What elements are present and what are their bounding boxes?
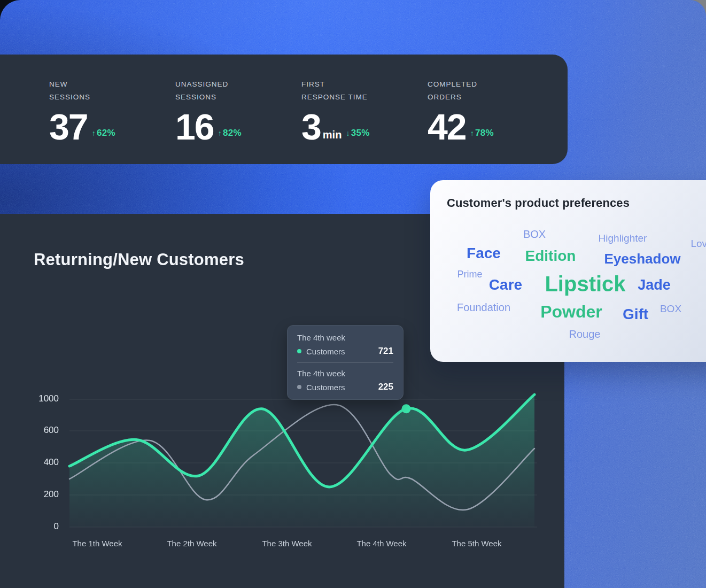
y-axis-label: 0 <box>20 521 59 532</box>
tooltip-group: The 4th week Customers 225 <box>297 362 393 392</box>
tooltip-value: 225 <box>378 382 393 392</box>
stat-card: COMPLETED ORDERS 42 ↑ 78% <box>428 78 554 164</box>
cloud-word: Gift <box>623 306 648 323</box>
trend-arrow-icon: ↑ <box>470 129 474 137</box>
cloud-word: BOX <box>523 228 546 241</box>
trend-arrow-icon: ↑ <box>218 129 222 137</box>
y-axis-label: 600 <box>20 425 59 436</box>
stat-value: 42 <box>428 111 466 142</box>
stat-label: UNASSIGNED SESSIONS <box>175 78 301 104</box>
series-dot-icon <box>297 349 301 353</box>
stat-card: FIRST RESPONSE TIME 3 min ↓ 35% <box>301 78 428 164</box>
stat-value: 16 <box>175 111 214 142</box>
x-axis-label: The 1th Week <box>72 539 122 548</box>
stat-value-row: 3 min ↓ 35% <box>301 111 428 142</box>
cloud-word: Foundation <box>457 301 510 314</box>
cloud-word: Eyeshadow <box>604 251 680 267</box>
cloud-word: Face <box>467 245 501 262</box>
stat-label: FIRST RESPONSE TIME <box>301 78 428 104</box>
stat-value-row: 16 ↑ 82% <box>175 111 301 142</box>
stat-value-row: 37 ↑ 62% <box>49 111 175 142</box>
cloud-word: Prime <box>457 269 482 280</box>
dashboard-canvas: NEW SESSIONS 37 ↑ 62% UNASSIGNED SESSION… <box>0 0 706 588</box>
tooltip-row: Customers 721 <box>297 346 393 357</box>
stat-delta: ↑ 82% <box>218 128 242 138</box>
stat-delta-value: 78% <box>475 128 494 138</box>
chart-tooltip: The 4th week Customers 721 The 4th week … <box>287 325 404 400</box>
tooltip-series-label: Customers <box>306 347 345 356</box>
tooltip-row: Customers 225 <box>297 382 393 392</box>
series-dot-icon <box>297 385 301 389</box>
cloud-word: Love <box>691 238 706 250</box>
section-title: Returning/New Customers <box>34 250 244 269</box>
stat-label: NEW SESSIONS <box>49 78 175 104</box>
cloud-word: Lipstick <box>545 272 625 296</box>
stat-delta: ↓ 35% <box>346 128 369 138</box>
cloud-word: Rouge <box>569 328 601 341</box>
card-title: Customer's product preferences <box>447 196 630 210</box>
stat-card: UNASSIGNED SESSIONS 16 ↑ 82% <box>175 78 301 164</box>
tooltip-value: 721 <box>378 346 393 357</box>
tooltip-group: The 4th week Customers 721 <box>297 333 393 357</box>
stat-label: COMPLETED ORDERS <box>428 78 554 104</box>
y-axis-label: 1000 <box>20 393 59 404</box>
cloud-word: Care <box>489 276 522 293</box>
chart-tabs <box>34 299 72 307</box>
product-preferences-card: Customer's product preferences BOXHighli… <box>430 180 706 362</box>
cloud-word: Highlighter <box>599 233 647 244</box>
stat-value: 3 <box>301 111 321 142</box>
cloud-word: Jade <box>638 277 671 293</box>
tooltip-period: The 4th week <box>297 369 393 378</box>
trend-arrow-icon: ↑ <box>92 129 96 137</box>
stat-delta: ↑ 78% <box>470 128 494 138</box>
stats-bar: NEW SESSIONS 37 ↑ 62% UNASSIGNED SESSION… <box>0 55 568 164</box>
stat-value-unit: min <box>323 129 342 141</box>
stat-delta: ↑ 62% <box>92 128 115 138</box>
stat-card: NEW SESSIONS 37 ↑ 62% <box>49 78 175 164</box>
y-axis-label: 400 <box>20 457 59 468</box>
stat-delta-value: 82% <box>223 128 242 138</box>
stat-value-row: 42 ↑ 78% <box>428 111 554 142</box>
x-axis-label: The 4th Week <box>356 539 406 548</box>
x-axis-label: The 5th Week <box>452 539 501 548</box>
cloud-word: BOX <box>660 303 681 315</box>
stat-delta-value: 35% <box>351 128 370 138</box>
stat-value: 37 <box>49 111 88 142</box>
tooltip-period: The 4th week <box>297 333 393 342</box>
highlight-dot <box>402 404 411 413</box>
cloud-word: Powder <box>540 302 602 322</box>
x-axis-label: The 3th Week <box>262 539 312 548</box>
x-axis-label: The 2th Week <box>167 539 216 548</box>
stat-delta-value: 62% <box>97 128 115 138</box>
customers-line-chart <box>69 383 540 538</box>
trend-arrow-icon: ↓ <box>346 129 350 137</box>
y-axis-label: 200 <box>20 489 59 500</box>
tooltip-series-label: Customers <box>306 383 345 392</box>
cloud-word: Edition <box>525 247 576 265</box>
